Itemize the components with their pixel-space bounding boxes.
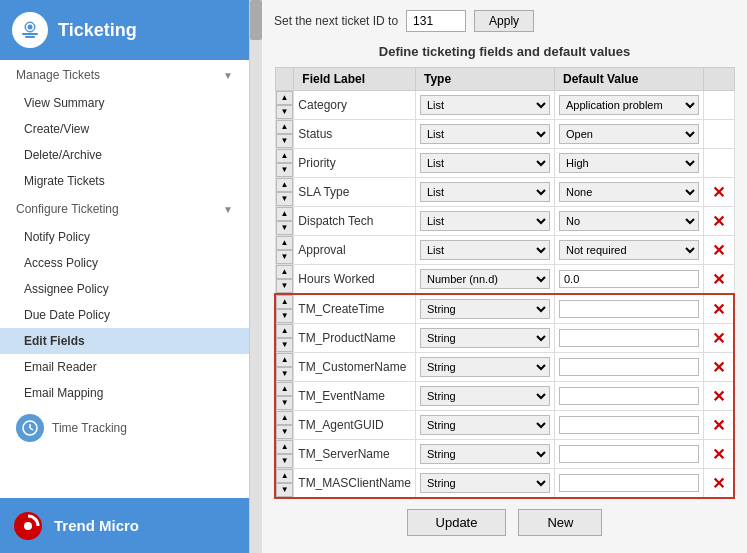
sort-up-btn[interactable]: ▲: [276, 207, 294, 221]
configure-ticketing-section[interactable]: Configure Ticketing ▼: [0, 194, 249, 224]
sidebar-item-access[interactable]: Access Policy: [0, 250, 249, 276]
delete-button[interactable]: ✕: [708, 212, 729, 231]
delete-button[interactable]: ✕: [708, 241, 729, 260]
default-input[interactable]: [559, 445, 699, 463]
sort-up-btn[interactable]: ▲: [276, 295, 293, 309]
delete-button[interactable]: ✕: [708, 270, 729, 289]
field-label-cell: TM_CustomerName: [294, 353, 416, 382]
delete-button[interactable]: ✕: [708, 445, 729, 464]
sort-up-btn[interactable]: ▲: [276, 178, 294, 192]
delete-button[interactable]: ✕: [708, 183, 729, 202]
sidebar-item-migrate[interactable]: Migrate Tickets: [0, 168, 249, 194]
sort-up-btn[interactable]: ▲: [276, 265, 294, 279]
sort-up-btn[interactable]: ▲: [276, 236, 294, 250]
type-select[interactable]: ListStringNumber (nn.d)Date: [420, 269, 550, 289]
type-select[interactable]: ListStringNumber (nn.d)Date: [420, 357, 550, 377]
sidebar-item-assignee[interactable]: Assignee Policy: [0, 276, 249, 302]
apply-button[interactable]: Apply: [474, 10, 534, 32]
sort-up-btn[interactable]: ▲: [276, 382, 293, 396]
delete-button[interactable]: ✕: [708, 329, 729, 348]
delete-button[interactable]: ✕: [708, 474, 729, 493]
type-select[interactable]: ListStringNumber (nn.d)Date: [420, 124, 550, 144]
type-cell: ListStringNumber (nn.d)Date: [416, 91, 555, 120]
default-input[interactable]: [559, 474, 699, 492]
default-input[interactable]: [559, 329, 699, 347]
sort-up-btn[interactable]: ▲: [276, 91, 294, 105]
sidebar-item-delete-archive[interactable]: Delete/Archive: [0, 142, 249, 168]
sidebar-item-email-mapping[interactable]: Email Mapping: [0, 380, 249, 406]
type-header: Type: [416, 68, 555, 91]
default-select[interactable]: OpenClosedIn Progress: [559, 124, 699, 144]
sort-down-btn[interactable]: ▼: [276, 396, 293, 410]
default-select[interactable]: HighMediumLow: [559, 153, 699, 173]
default-input[interactable]: [559, 270, 699, 288]
sort-down-btn[interactable]: ▼: [276, 425, 293, 439]
type-select[interactable]: ListStringNumber (nn.d)Date: [420, 95, 550, 115]
ticket-id-input[interactable]: [406, 10, 466, 32]
sort-up-btn[interactable]: ▲: [276, 120, 294, 134]
sort-down-btn[interactable]: ▼: [276, 454, 293, 468]
delete-button[interactable]: ✕: [708, 416, 729, 435]
sidebar-title: Ticketing: [58, 20, 137, 41]
sort-down-btn[interactable]: ▼: [276, 279, 294, 293]
default-input[interactable]: [559, 387, 699, 405]
default-select[interactable]: NoneStandardPriority: [559, 182, 699, 202]
manage-tickets-section[interactable]: Manage Tickets ▼: [0, 60, 249, 90]
sidebar-item-edit-fields[interactable]: Edit Fields: [0, 328, 249, 354]
type-cell: ListStringNumber (nn.d)Date: [416, 207, 555, 236]
default-value-cell: [555, 382, 704, 411]
sort-down-btn[interactable]: ▼: [276, 192, 294, 206]
sort-down-btn[interactable]: ▼: [276, 250, 294, 264]
sort-up-btn[interactable]: ▲: [276, 353, 293, 367]
field-label-cell: TM_CreateTime: [294, 294, 416, 324]
default-input[interactable]: [559, 416, 699, 434]
default-select[interactable]: NoYes: [559, 211, 699, 231]
type-select[interactable]: ListStringNumber (nn.d)Date: [420, 153, 550, 173]
sidebar-item-email-reader[interactable]: Email Reader: [0, 354, 249, 380]
sort-up-btn[interactable]: ▲: [276, 149, 294, 163]
type-select[interactable]: ListStringNumber (nn.d)Date: [420, 299, 550, 319]
sort-up-btn[interactable]: ▲: [276, 469, 293, 483]
default-select[interactable]: Not requiredRequired: [559, 240, 699, 260]
sort-down-btn[interactable]: ▼: [276, 483, 293, 497]
type-select[interactable]: ListStringNumber (nn.d)Date: [420, 444, 550, 464]
delete-cell: ✕: [704, 353, 735, 382]
sort-down-btn[interactable]: ▼: [276, 309, 293, 323]
type-select[interactable]: ListStringNumber (nn.d)Date: [420, 415, 550, 435]
sort-down-btn[interactable]: ▼: [276, 163, 294, 177]
time-tracking-section[interactable]: Time Tracking: [0, 406, 249, 450]
delete-button[interactable]: ✕: [708, 300, 729, 319]
new-button[interactable]: New: [518, 509, 602, 536]
type-cell: ListStringNumber (nn.d)Date: [416, 469, 555, 499]
delete-button[interactable]: ✕: [708, 387, 729, 406]
sidebar-item-create-view[interactable]: Create/View: [0, 116, 249, 142]
scrollbar-thumb[interactable]: [250, 0, 262, 40]
sort-up-btn[interactable]: ▲: [276, 440, 293, 454]
sort-up-btn[interactable]: ▲: [276, 324, 293, 338]
type-select[interactable]: ListStringNumber (nn.d)Date: [420, 240, 550, 260]
type-select[interactable]: ListStringNumber (nn.d)Date: [420, 211, 550, 231]
update-button[interactable]: Update: [407, 509, 507, 536]
sidebar-item-notify[interactable]: Notify Policy: [0, 224, 249, 250]
type-select[interactable]: ListStringNumber (nn.d)Date: [420, 182, 550, 202]
field-label-header: Field Label: [294, 68, 416, 91]
sidebar-item-view-summary[interactable]: View Summary: [0, 90, 249, 116]
sort-down-btn[interactable]: ▼: [276, 105, 294, 119]
default-select[interactable]: Application problemHardwareSoftware: [559, 95, 699, 115]
default-input[interactable]: [559, 300, 699, 318]
sort-down-btn[interactable]: ▼: [276, 338, 293, 352]
sort-up-btn[interactable]: ▲: [276, 411, 293, 425]
sort-down-btn[interactable]: ▼: [276, 367, 293, 381]
sort-cell: ▲ ▼: [275, 324, 294, 353]
sort-down-btn[interactable]: ▼: [276, 134, 294, 148]
sidebar-item-due-date[interactable]: Due Date Policy: [0, 302, 249, 328]
type-select[interactable]: ListStringNumber (nn.d)Date: [420, 328, 550, 348]
delete-button[interactable]: ✕: [708, 358, 729, 377]
sort-down-btn[interactable]: ▼: [276, 221, 294, 235]
sort-cell: ▲ ▼: [275, 120, 294, 149]
type-select[interactable]: ListStringNumber (nn.d)Date: [420, 386, 550, 406]
table-row: ▲ ▼ CategoryListStringNumber (nn.d)DateA…: [275, 91, 734, 120]
main-scrollbar[interactable]: [250, 0, 262, 553]
type-select[interactable]: ListStringNumber (nn.d)Date: [420, 473, 550, 493]
default-input[interactable]: [559, 358, 699, 376]
